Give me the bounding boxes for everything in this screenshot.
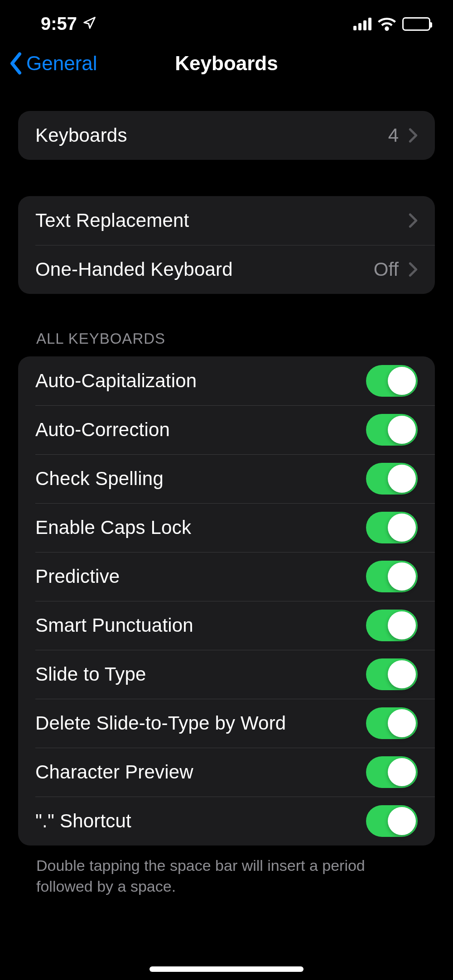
row-label: Enable Caps Lock: [35, 517, 191, 538]
row-character-preview: Character Preview: [18, 748, 435, 797]
status-right: [353, 17, 430, 31]
row-label: One-Handed Keyboard: [35, 259, 233, 280]
toggle-character-preview[interactable]: [366, 756, 418, 788]
row-check-spelling: Check Spelling: [18, 454, 435, 503]
row-keyboards[interactable]: Keyboards 4: [18, 111, 435, 160]
toggle-auto-capitalization[interactable]: [366, 365, 418, 397]
row-label: Predictive: [35, 566, 120, 587]
row-auto-capitalization: Auto-Capitalization: [18, 356, 435, 405]
group-text-settings: Text Replacement One-Handed Keyboard Off: [18, 196, 435, 294]
row-label: Auto-Capitalization: [35, 370, 197, 392]
row-label: Delete Slide-to-Type by Word: [35, 712, 286, 734]
chevron-right-icon: [409, 212, 418, 229]
row-period-shortcut: "." Shortcut: [18, 797, 435, 845]
row-auto-correction: Auto-Correction: [18, 405, 435, 454]
row-label: Check Spelling: [35, 468, 164, 490]
back-button[interactable]: General: [9, 52, 97, 75]
row-text-replacement[interactable]: Text Replacement: [18, 196, 435, 245]
row-label: Text Replacement: [35, 210, 189, 231]
toggle-auto-correction[interactable]: [366, 414, 418, 446]
row-label: Auto-Correction: [35, 419, 170, 441]
row-slide-to-type: Slide to Type: [18, 650, 435, 699]
row-label: Slide to Type: [35, 663, 146, 685]
status-left: 9:57: [41, 14, 96, 34]
location-icon: [82, 14, 96, 34]
toggle-delete-slide-word[interactable]: [366, 707, 418, 739]
row-enable-caps-lock: Enable Caps Lock: [18, 503, 435, 552]
row-label: Smart Punctuation: [35, 615, 193, 636]
toggle-enable-caps-lock[interactable]: [366, 512, 418, 543]
row-smart-punctuation: Smart Punctuation: [18, 601, 435, 650]
row-label: Keyboards: [35, 125, 127, 146]
chevron-right-icon: [409, 127, 418, 144]
row-right: [409, 212, 418, 229]
row-predictive: Predictive: [18, 552, 435, 601]
row-label: Character Preview: [35, 761, 193, 783]
row-value: Off: [374, 259, 399, 280]
toggle-slide-to-type[interactable]: [366, 658, 418, 690]
chevron-right-icon: [409, 261, 418, 278]
status-time: 9:57: [41, 14, 77, 34]
row-value: 4: [388, 125, 399, 146]
section-footer: Double tapping the space bar will insert…: [18, 845, 435, 897]
cellular-signal-icon: [353, 18, 371, 30]
row-right: 4: [388, 125, 418, 146]
wifi-icon: [378, 17, 396, 31]
group-keyboards: Keyboards 4: [18, 111, 435, 160]
row-right: Off: [374, 259, 418, 280]
row-delete-slide-to-type-by-word: Delete Slide-to-Type by Word: [18, 699, 435, 748]
home-indicator[interactable]: [149, 966, 304, 972]
back-label: General: [26, 52, 97, 75]
toggle-smart-punctuation[interactable]: [366, 610, 418, 641]
group-all-keyboards: Auto-Capitalization Auto-Correction Chec…: [18, 356, 435, 845]
chevron-left-icon: [9, 52, 23, 75]
section-header-all-keyboards: ALL KEYBOARDS: [18, 330, 435, 356]
status-bar: 9:57: [0, 0, 453, 43]
row-one-handed-keyboard[interactable]: One-Handed Keyboard Off: [18, 245, 435, 294]
toggle-predictive[interactable]: [366, 561, 418, 592]
toggle-check-spelling[interactable]: [366, 463, 418, 495]
toggle-period-shortcut[interactable]: [366, 805, 418, 837]
content: Keyboards 4 Text Replacement One-Handed …: [0, 88, 453, 897]
battery-icon: [402, 17, 430, 31]
nav-bar: General Keyboards: [0, 43, 453, 88]
row-label: "." Shortcut: [35, 810, 131, 832]
